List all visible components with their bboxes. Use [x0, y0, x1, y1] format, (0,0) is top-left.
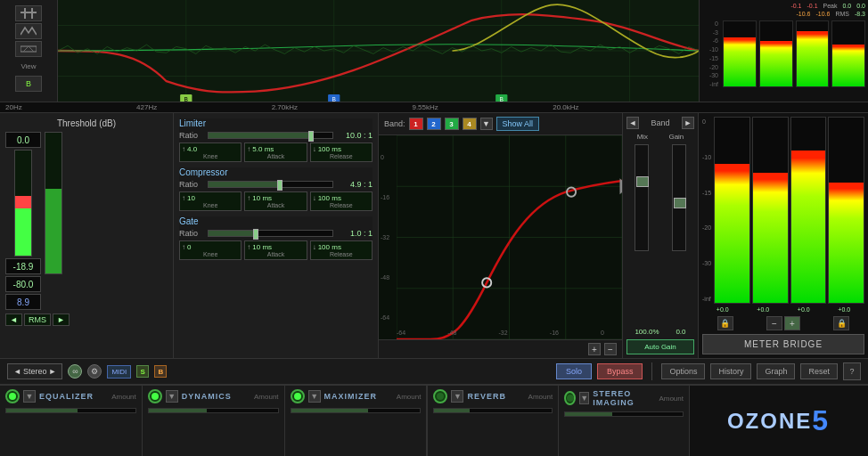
svg-text:B: B: [500, 96, 504, 102]
gate-ratio-slider[interactable]: [208, 230, 333, 237]
maximizer-power-btn[interactable]: [291, 389, 305, 403]
threshold-val-mid[interactable]: -18.9: [5, 258, 41, 274]
band-arrow-btn[interactable]: ▼: [480, 118, 493, 130]
s-box-2[interactable]: B: [154, 365, 167, 378]
rscale-15: -15: [702, 190, 711, 196]
graph-y-labels: 0 -16 -32 -48 -64: [379, 135, 397, 339]
peak-val-1: 0.0: [843, 3, 852, 9]
graph-minus-btn[interactable]: −: [604, 343, 617, 355]
lock-icon-1[interactable]: 🔒: [717, 316, 733, 330]
rms-text: RMS: [835, 11, 849, 17]
eq-display: View B B B: [0, 0, 868, 102]
svg-rect-3: [20, 46, 37, 52]
graph-controls: + −: [379, 339, 622, 358]
compressor-attack-box[interactable]: ↑ 10 ms Attack: [244, 191, 307, 211]
settings-icon[interactable]: ⚙: [87, 364, 102, 379]
limiter-knee-inner: ↑ 4.0: [182, 145, 239, 153]
band-btn-4[interactable]: 4: [463, 118, 477, 130]
auto-gain-button[interactable]: Auto Gain: [626, 339, 694, 354]
lock-icon-2[interactable]: 🔒: [833, 316, 849, 330]
mix-thumb: [636, 176, 649, 187]
gain-slider[interactable]: [672, 144, 686, 251]
graph-plus-btn[interactable]: +: [588, 343, 601, 355]
gate-ratio-value: 1.0 : 1: [337, 229, 373, 238]
top-bars-group: [723, 20, 865, 99]
limiter-ratio-slider[interactable]: [208, 132, 333, 139]
eq-b-btn[interactable]: B: [15, 76, 42, 92]
reverb-power-indicator: [437, 393, 444, 400]
eq-mini-btn-3[interactable]: [15, 41, 42, 57]
equalizer-header: ▼ EQUALIZER Amount: [5, 389, 136, 403]
stereo-imaging-amount: Amount: [659, 395, 684, 403]
right-meter-locks: 🔒 − + 🔒: [702, 316, 864, 330]
rms-label[interactable]: RMS: [24, 314, 51, 326]
gate-knee-inner: ↑ 0: [182, 243, 239, 251]
threshold-vslider-2[interactable]: [45, 132, 62, 274]
stereo-imaging-power-btn[interactable]: [564, 391, 576, 405]
band-btn-1[interactable]: 1: [409, 118, 423, 130]
equalizer-expand-btn[interactable]: ▼: [23, 390, 36, 403]
rms-left-btn[interactable]: ◄: [5, 314, 22, 326]
limiter-attack-box[interactable]: ↑ 5.0 ms Attack: [244, 142, 307, 162]
band-btn-2[interactable]: 2: [427, 118, 441, 130]
scale-6: -6: [702, 37, 718, 44]
meter-plus-btn[interactable]: +: [784, 316, 800, 330]
rms-right-btn[interactable]: ►: [53, 314, 70, 326]
band-btn-3[interactable]: 3: [445, 118, 459, 130]
graph-area[interactable]: 0 -16 -32 -48 -64: [379, 135, 622, 339]
reset-button[interactable]: Reset: [800, 363, 838, 379]
band-nav-right[interactable]: ►: [682, 117, 694, 129]
right-bar-1: [714, 117, 750, 304]
gate-release-box[interactable]: ↓ 100 ms Release: [310, 240, 373, 260]
reverb-expand-btn[interactable]: ▼: [451, 390, 463, 403]
top-bar-fill-3: [797, 31, 829, 86]
maximizer-amount-slider[interactable]: [291, 408, 422, 413]
bypass-button[interactable]: Bypass: [597, 363, 643, 379]
rms-selector: ◄ RMS ►: [5, 314, 168, 326]
right-bar-3: [790, 117, 827, 304]
dynamics-amount-slider[interactable]: [148, 408, 279, 413]
reverb-power-btn[interactable]: [433, 389, 447, 403]
compressor-release-box[interactable]: ↓ 100 ms Release: [310, 191, 373, 211]
gate-knee-box[interactable]: ↑ 0 Knee: [179, 240, 242, 260]
eq-mini-btn-2[interactable]: [15, 23, 42, 39]
limiter-release-box[interactable]: ↓ 100 ms Release: [310, 142, 373, 162]
limiter-knee-box[interactable]: ↑ 4.0 Knee: [179, 142, 242, 162]
meter-bridge-button[interactable]: METER BRIDGE: [702, 334, 864, 354]
maximizer-module: ▼ MAXIMIZER Amount: [285, 386, 428, 456]
dynamics-expand-btn[interactable]: ▼: [166, 390, 178, 403]
compressor-knee-inner: ↑ 10: [182, 194, 239, 202]
graph-button[interactable]: Graph: [757, 363, 795, 379]
show-all-button[interactable]: Show All: [496, 117, 540, 131]
mix-slider[interactable]: [635, 144, 649, 251]
equalizer-power-btn[interactable]: [5, 389, 20, 403]
s-box-1[interactable]: S: [136, 365, 149, 378]
stereo-button[interactable]: ◄ Stereo ►: [7, 363, 62, 379]
help-button[interactable]: ?: [843, 362, 861, 380]
maximizer-expand-btn[interactable]: ▼: [308, 390, 321, 403]
compressor-ratio-label: Ratio: [179, 180, 204, 189]
equalizer-amount-slider[interactable]: [5, 408, 136, 413]
stereo-imaging-expand-btn[interactable]: ▼: [579, 392, 589, 404]
eq-mini-btn-1[interactable]: [15, 5, 42, 21]
scale-0: 0: [702, 20, 718, 27]
stereo-imaging-amount-slider[interactable]: [564, 411, 684, 417]
compressor-attack-label: Attack: [267, 202, 284, 208]
compressor-ratio-slider[interactable]: [208, 181, 333, 188]
reverb-amount-slider[interactable]: [433, 408, 553, 413]
threshold-val-top[interactable]: 0.0: [5, 132, 41, 148]
meter-minus-btn[interactable]: −: [766, 316, 782, 330]
threshold-val-4[interactable]: 8.9: [5, 294, 41, 310]
options-button[interactable]: Options: [661, 363, 705, 379]
compressor-release-label: Release: [330, 202, 353, 208]
threshold-val-bot[interactable]: -80.0: [5, 276, 41, 292]
threshold-vslider[interactable]: [14, 150, 32, 256]
dynamics-power-btn[interactable]: [148, 389, 162, 403]
compressor-knee-box[interactable]: ↑ 10 Knee: [179, 191, 242, 211]
gate-attack-box[interactable]: ↑ 10 ms Attack: [244, 240, 307, 260]
midi-button[interactable]: MIDI: [107, 365, 131, 379]
link-icon[interactable]: ∞: [68, 364, 82, 379]
band-nav-left[interactable]: ◄: [626, 117, 639, 129]
solo-button[interactable]: Solo: [556, 363, 592, 379]
history-button[interactable]: History: [710, 363, 751, 379]
